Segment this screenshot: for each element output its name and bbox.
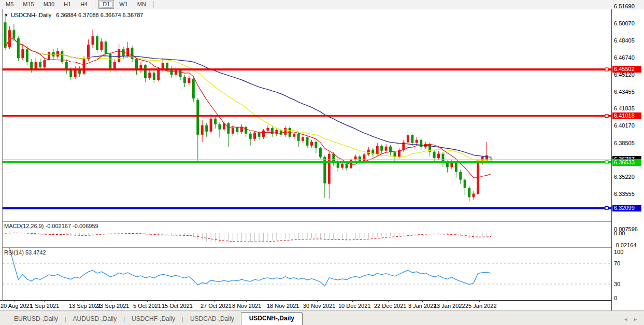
timeframe-button-m30[interactable]: M30 xyxy=(39,0,59,9)
date-label: 5 Oct 2021 xyxy=(133,303,161,309)
timeframe-button-w1[interactable]: W1 xyxy=(115,0,132,9)
pane-divider[interactable] xyxy=(2,247,644,248)
date-label: 13 Jan 2022 xyxy=(434,303,465,309)
candle-body xyxy=(314,142,317,148)
timeframe-button-d1[interactable]: D1 xyxy=(98,0,114,9)
candle-body xyxy=(319,148,322,157)
price-axis-tick: 6.35220 xyxy=(614,174,635,180)
candle-body xyxy=(385,147,388,151)
rsi-pane[interactable] xyxy=(3,248,611,300)
candle-body xyxy=(26,49,28,62)
candle-body xyxy=(87,45,90,59)
candle-body xyxy=(12,30,15,38)
price-axis-tick: 6.50070 xyxy=(614,20,635,26)
chart-tab-audusddaily[interactable]: AUDUSD-,Daily xyxy=(66,313,124,325)
candle-body xyxy=(61,51,63,62)
macd-indicator-label: MACD(12,26,9) -0.002167 -0.006959 xyxy=(4,223,98,229)
date-label: 15 Oct 2021 xyxy=(162,303,193,309)
chart-window[interactable]: ▼USDCNH-,Daily6.36884 6.37088 6.36674 6.… xyxy=(0,9,644,311)
price-axis-tick: 6.46740 xyxy=(614,54,635,61)
line-anchor-marker[interactable] xyxy=(605,161,608,164)
candle-body xyxy=(179,70,182,77)
candle-body xyxy=(416,140,418,143)
date-label: 10 Dec 2021 xyxy=(338,303,370,309)
timeframe-button-h1[interactable]: H1 xyxy=(60,0,75,9)
chart-tabs-bar: EURUSD-,Daily|AUDUSD-,Daily|USDCHF-,Dail… xyxy=(0,312,644,325)
candle-body xyxy=(293,134,295,137)
timeframe-button-m15[interactable]: M15 xyxy=(19,0,38,9)
line-anchor-marker[interactable] xyxy=(605,207,608,210)
candle-body xyxy=(280,130,282,135)
candle-body xyxy=(297,134,300,141)
candle-body xyxy=(65,62,68,69)
chart-title: ▼USDCNH-,Daily6.36884 6.37088 6.36674 6.… xyxy=(4,12,143,18)
candle-body xyxy=(188,78,190,83)
candle-body xyxy=(407,135,409,143)
candle-body xyxy=(92,36,94,45)
candle-body xyxy=(210,119,212,132)
price-axis[interactable]: 6.516906.500706.484056.467406.451206.434… xyxy=(612,9,644,311)
candle-body xyxy=(455,162,457,172)
candle-body xyxy=(359,157,361,161)
rsi-axis-tick: 0 xyxy=(614,295,617,301)
candle-body xyxy=(354,157,357,160)
time-axis[interactable]: 20 Aug 20211 Sep 202113 Sep 202123 Sep 2… xyxy=(0,301,611,310)
candle-body xyxy=(328,154,331,184)
price-axis-tick: 6.40170 xyxy=(614,122,635,129)
chart-ohlc-values: 6.36884 6.37088 6.36674 6.36787 xyxy=(56,12,143,18)
candle-body xyxy=(332,154,335,162)
candle-body xyxy=(219,124,221,130)
rsi-indicator-label: RSI(14) 53.4742 xyxy=(4,249,46,256)
candle-body xyxy=(302,137,304,141)
candle-body xyxy=(232,128,234,134)
date-label: 22 Dec 2021 xyxy=(374,303,406,309)
date-label: 1 Sep 2021 xyxy=(30,303,59,309)
moving-average-line-8 xyxy=(5,39,491,178)
tab-scroll-left-icon[interactable]: ◄ xyxy=(623,317,628,322)
date-label: 18 Nov 2021 xyxy=(267,303,299,309)
timeframe-button-h4[interactable]: H4 xyxy=(76,0,92,9)
chart-tab-usdcnhdaily[interactable]: USDCNH-,Daily xyxy=(241,312,303,325)
date-label: 23 Sep 2021 xyxy=(97,303,129,309)
candle-body xyxy=(39,62,41,67)
mt4-window: M5M15M30H1H4D1W1MN ▼USDCNH-,Daily6.36884… xyxy=(0,0,644,325)
line-anchor-marker[interactable] xyxy=(605,115,608,118)
date-tick xyxy=(15,300,15,302)
date-tick xyxy=(281,300,281,302)
date-tick xyxy=(246,300,247,302)
candle-body xyxy=(4,22,7,48)
rsi-axis-tick: 100 xyxy=(614,249,623,255)
date-tick xyxy=(176,300,176,302)
candle-body xyxy=(205,125,208,132)
timeframe-toolbar: M5M15M30H1H4D1W1MN xyxy=(0,0,644,9)
candle-body xyxy=(100,41,103,50)
toolbar-separator xyxy=(95,1,95,8)
chart-tab-eurusddaily[interactable]: EURUSD-,Daily xyxy=(7,313,65,325)
date-tick xyxy=(388,300,389,302)
candle-body xyxy=(346,164,348,168)
pane-divider[interactable] xyxy=(2,221,644,222)
tab-scroll-right-icon[interactable]: ► xyxy=(633,317,638,322)
chart-tab-usdcaddaily[interactable]: USDCAD-,Daily xyxy=(183,313,241,325)
candle-body xyxy=(380,146,383,151)
window-bottom-border xyxy=(0,310,644,311)
date-tick xyxy=(448,300,448,302)
price-chart-pane[interactable] xyxy=(3,10,611,220)
chart-tab-usdchfdaily[interactable]: USDCHF-,Daily xyxy=(125,313,182,325)
candle-body xyxy=(389,147,392,152)
moving-average-line-20 xyxy=(5,39,491,161)
candle-body xyxy=(166,63,168,68)
candle-body xyxy=(236,128,238,132)
timeframe-button-mn[interactable]: MN xyxy=(133,0,150,9)
candle-body xyxy=(363,154,365,161)
candle-body xyxy=(459,172,462,180)
price-axis-tick: 6.41835 xyxy=(614,105,635,111)
date-label: 20 Aug 2021 xyxy=(1,303,33,309)
line-anchor-marker[interactable] xyxy=(605,68,608,71)
candle-body xyxy=(376,146,379,154)
symbol-dropdown-icon[interactable]: ▼ xyxy=(4,13,8,18)
chart-left-frame xyxy=(2,9,3,301)
candle-body xyxy=(69,69,72,77)
timeframe-button-m5[interactable]: M5 xyxy=(2,0,18,9)
rsi-axis-tick: 70 xyxy=(614,260,620,266)
